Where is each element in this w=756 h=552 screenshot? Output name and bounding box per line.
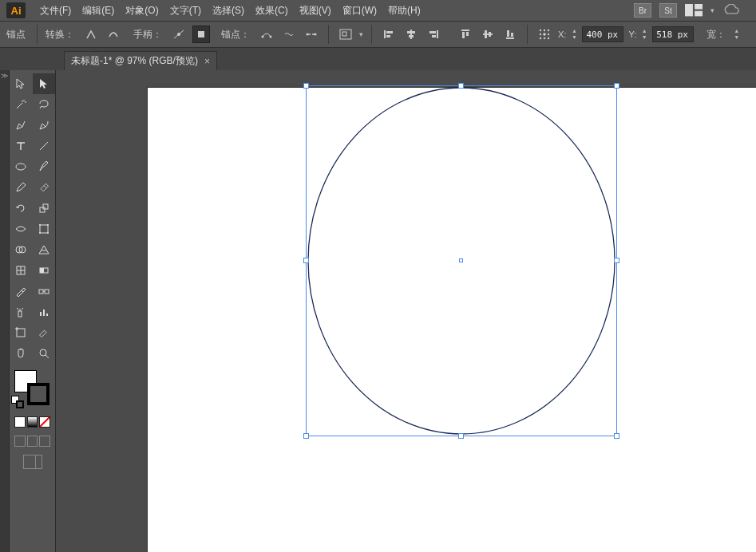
connect-anchor-button[interactable] — [280, 26, 298, 43]
artboard[interactable] — [148, 88, 756, 552]
line-tool[interactable] — [33, 136, 56, 156]
svg-rect-30 — [511, 33, 513, 37]
eraser-tool[interactable] — [33, 177, 56, 198]
paintbrush-tool[interactable] — [33, 156, 56, 177]
type-tool[interactable] — [10, 136, 33, 156]
ellipse-tool[interactable] — [10, 156, 33, 177]
scale-tool[interactable] — [33, 198, 56, 219]
resize-handle[interactable] — [614, 433, 619, 439]
align-right-button[interactable] — [425, 26, 442, 43]
hand-tool[interactable] — [10, 343, 33, 364]
menu-edit[interactable]: 编辑(E) — [77, 1, 119, 21]
reference-point-button[interactable] — [536, 26, 553, 43]
bridge-button[interactable]: Br — [634, 3, 651, 18]
resize-handle[interactable] — [458, 433, 464, 439]
separator — [37, 25, 38, 44]
resize-handle[interactable] — [303, 258, 309, 263]
menu-view[interactable]: 视图(V) — [295, 1, 336, 21]
swap-fillstroke-icon[interactable] — [16, 400, 24, 408]
svg-rect-27 — [489, 32, 491, 37]
resize-handle[interactable] — [614, 258, 619, 263]
y-input[interactable] — [652, 26, 694, 42]
menu-select[interactable]: 选择(S) — [208, 1, 249, 21]
selection-bounding-box[interactable] — [306, 85, 617, 436]
sync-icon[interactable] — [722, 4, 740, 17]
width-tool[interactable] — [10, 219, 33, 239]
color-mode-solid[interactable] — [14, 416, 26, 428]
align-bottom-button[interactable] — [501, 26, 519, 43]
graph-tool[interactable] — [33, 302, 56, 322]
fill-stroke-swatch[interactable] — [10, 369, 55, 407]
svg-rect-15 — [386, 35, 390, 37]
blend-tool[interactable] — [33, 281, 56, 302]
convert-corner-button[interactable] — [82, 26, 100, 43]
draw-behind[interactable] — [27, 436, 38, 447]
rotate-tool[interactable] — [10, 198, 33, 219]
svg-rect-57 — [45, 290, 49, 294]
align-top-button[interactable] — [457, 26, 474, 43]
stroke-swatch[interactable] — [27, 383, 49, 405]
arrange-documents-button[interactable] — [685, 2, 703, 19]
color-mode-gradient[interactable] — [27, 416, 38, 428]
direct-selection-tool[interactable] — [33, 73, 56, 94]
svg-rect-22 — [461, 30, 469, 31]
menu-effect[interactable]: 效果(C) — [251, 1, 293, 21]
stepper-icon[interactable]: ▲▼ — [569, 26, 579, 42]
svg-point-45 — [39, 224, 41, 226]
selection-tool[interactable] — [10, 73, 33, 94]
menu-type[interactable]: 文字(T) — [165, 1, 206, 21]
menu-file[interactable]: 文件(F) — [35, 1, 76, 21]
zoom-tool[interactable] — [33, 343, 56, 364]
free-transform-tool[interactable] — [33, 219, 56, 239]
svg-rect-25 — [483, 34, 493, 35]
eyedropper-tool[interactable] — [10, 281, 33, 302]
pencil-tool[interactable] — [10, 177, 33, 198]
magic-wand-tool[interactable] — [10, 94, 33, 115]
convert-smooth-button[interactable] — [105, 26, 122, 43]
svg-rect-20 — [429, 31, 436, 34]
menu-window[interactable]: 窗口(W) — [338, 1, 382, 21]
resize-handle[interactable] — [458, 83, 464, 89]
lasso-tool[interactable] — [33, 94, 56, 115]
symbol-sprayer-tool[interactable] — [10, 302, 33, 322]
width-label: 宽： — [707, 28, 729, 41]
perspective-tool[interactable] — [33, 239, 56, 260]
align-left-button[interactable] — [380, 26, 398, 43]
pen-tool[interactable] — [10, 115, 33, 136]
mesh-tool[interactable] — [10, 260, 33, 281]
draw-inside[interactable] — [39, 436, 50, 447]
color-mode-none[interactable] — [39, 416, 50, 428]
stepper-icon[interactable]: ▲▼ — [639, 26, 649, 42]
hide-handles-button[interactable] — [192, 26, 210, 43]
slice-tool[interactable] — [33, 322, 56, 343]
show-handles-button[interactable] — [170, 26, 188, 43]
resize-handle[interactable] — [614, 83, 619, 89]
remove-anchor-button[interactable] — [258, 26, 275, 43]
document-tab[interactable]: 未标题-1* @ 97% (RGB/预览) × — [64, 51, 217, 70]
cut-path-button[interactable] — [303, 26, 320, 43]
shape-builder-tool[interactable] — [10, 239, 33, 260]
artboard-tool[interactable] — [10, 322, 33, 343]
panel-collapse-strip[interactable]: ≫ — [0, 70, 10, 552]
curvature-tool[interactable] — [33, 115, 56, 136]
screen-mode-button[interactable] — [23, 455, 42, 469]
align-vcenter-button[interactable] — [479, 26, 497, 43]
svg-rect-26 — [485, 30, 487, 38]
selection-center-icon — [459, 258, 463, 262]
menu-help[interactable]: 帮助(H) — [383, 1, 425, 21]
close-icon[interactable]: × — [204, 56, 210, 67]
resize-handle[interactable] — [303, 433, 309, 439]
isolate-button[interactable] — [337, 26, 354, 43]
stock-button[interactable]: St — [659, 3, 677, 18]
x-input[interactable] — [582, 26, 623, 42]
stepper-icon[interactable]: ▲▼ — [734, 28, 739, 41]
svg-point-47 — [39, 232, 41, 234]
canvas[interactable] — [56, 70, 756, 552]
draw-normal[interactable] — [14, 436, 26, 447]
align-hcenter-button[interactable] — [402, 26, 420, 43]
handle-label: 手柄： — [133, 28, 165, 41]
gradient-tool[interactable] — [33, 260, 56, 281]
x-field: X: ▲▼ — [558, 26, 623, 42]
resize-handle[interactable] — [303, 83, 309, 89]
menu-object[interactable]: 对象(O) — [121, 1, 163, 21]
